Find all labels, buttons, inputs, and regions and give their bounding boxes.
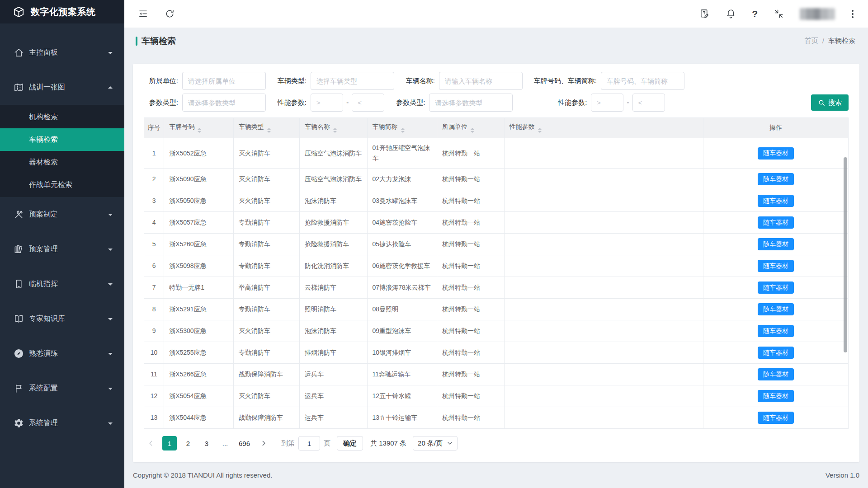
sort-carets-icon[interactable] [267,128,271,133]
prev-page-button[interactable] [144,436,158,450]
user-name-blurred[interactable] [800,8,835,20]
page-button-696[interactable]: 696 [236,436,252,450]
jump-prefix-label: 到第 [281,439,295,448]
sort-carets-icon[interactable] [198,128,201,133]
sort-carets-icon[interactable] [333,128,337,133]
onboard-equipment-button[interactable]: 随车器材 [758,412,794,424]
cell-name: 泡沫消防车 [300,190,367,212]
sidebar-item-org-search[interactable]: 机构检索 [0,106,124,128]
onboard-equipment-button[interactable]: 随车器材 [758,282,794,294]
column-header-所属单位[interactable]: 所属单位 [437,118,504,138]
search-button[interactable]: 搜索 [811,94,849,111]
cell-plate: 浙X5260应急 [164,234,233,255]
onboard-equipment-button[interactable]: 随车器材 [758,195,794,207]
kebab-menu-icon[interactable] [851,9,854,19]
cell-action: 随车器材 [703,385,848,407]
help-edit-icon[interactable] [699,9,710,19]
param-type-select-2[interactable] [429,94,513,112]
cell-short: 13五十铃运输车 [367,407,437,429]
perf-param-min-input-1[interactable] [311,94,343,112]
onboard-equipment-button[interactable]: 随车器材 [758,325,794,337]
cell-short: 12五十铃水罐 [367,385,437,407]
cell-param [504,212,703,234]
sidebar-item-drill[interactable]: 熟悉演练 [0,336,124,371]
vehicle-name-input[interactable] [439,72,523,90]
page-size-select[interactable]: 20 条/页 [413,436,458,450]
onboard-equipment-button[interactable]: 随车器材 [758,368,794,380]
scrollbar-thumb[interactable] [844,157,847,352]
collapse-menu-icon[interactable] [138,9,148,19]
unit-select[interactable] [182,72,266,90]
column-header-车辆名称[interactable]: 车辆名称 [300,118,367,138]
plate-short-input[interactable] [601,72,684,90]
column-header-车辆简称[interactable]: 车辆简称 [367,118,437,138]
param-type-select-1[interactable] [182,94,266,112]
sidebar-item-sys-manage[interactable]: 系统管理 [0,406,124,441]
sidebar-item-equipment-search[interactable]: 器材检索 [0,151,124,174]
sidebar-item-vehicle-search[interactable]: 车辆检索 [0,128,124,151]
title-marker [136,37,137,46]
cell-type: 战勤保障消防车 [233,407,299,429]
cell-no: 6 [144,255,164,277]
vehicle-type-filter-label: 车辆类型: [272,77,307,85]
perf-param-max-input-1[interactable] [352,94,384,112]
cell-param [504,385,703,407]
sort-carets-icon[interactable] [538,128,542,133]
filter-row-1: 所属单位: 车辆类型: 车辆名称: 车牌号码、车辆简称: [144,72,849,90]
refresh-icon[interactable] [165,9,175,19]
onboard-equipment-button[interactable]: 随车器材 [758,147,794,160]
sidebar-item-dashboard[interactable]: 主控面板 [0,35,124,70]
sidebar-item-sys-config[interactable]: 系统配置 [0,371,124,406]
page-button-2[interactable]: 2 [181,436,195,450]
sidebar-item-battle-map[interactable]: 战训一张图 [0,70,124,105]
page-button-1[interactable]: 1 [162,436,177,450]
sidebar-item-plan-create[interactable]: 预案制定 [0,197,124,232]
sort-carets-icon[interactable] [401,128,405,133]
sort-carets-icon[interactable] [471,128,474,133]
page-title: 车辆检索 [142,35,176,47]
column-header-性能参数[interactable]: 性能参数 [504,118,703,138]
cell-no: 2 [144,169,164,190]
sidebar-item-plan-manage[interactable]: 预案管理 [0,232,124,267]
sidebar-item-combat-unit-search[interactable]: 作战单元检索 [0,174,124,196]
confirm-button[interactable]: 确定 [337,436,363,450]
sidebar-item-adhoc-command[interactable]: 临机指挥 [0,267,124,301]
perf-param-min-input-2[interactable] [591,94,623,112]
bell-icon[interactable] [726,9,736,19]
jump-page-input[interactable] [298,436,320,450]
cell-short: 01奔驰压缩空气泡沫车 [367,138,437,169]
table-row: 5浙X5260应急专勤消防车抢险救援消防车05捷达抢险车杭州特勤一站随车器材 [144,234,849,255]
onboard-equipment-button[interactable]: 随车器材 [758,260,794,272]
cell-plate: 浙X5050应急 [164,190,233,212]
onboard-equipment-button[interactable]: 随车器材 [758,303,794,315]
onboard-equipment-button[interactable]: 随车器材 [758,173,794,185]
page-ellipsis: ... [218,436,232,450]
cell-name: 泡沫消防车 [300,320,367,342]
onboard-equipment-button[interactable]: 随车器材 [758,390,794,402]
chevron-down-icon [108,214,113,218]
cell-type: 专勤消防车 [233,299,299,320]
cell-name: 云梯消防车 [300,277,367,299]
cell-param [504,255,703,277]
cell-param [504,342,703,364]
vehicle-type-select[interactable] [311,72,394,90]
cell-plate: 特勤一无牌1 [164,277,233,299]
cell-plate: 浙X5044应急 [164,407,233,429]
onboard-equipment-button[interactable]: 随车器材 [758,347,794,359]
cell-action: 随车器材 [703,190,848,212]
column-header-车辆类型[interactable]: 车辆类型 [233,118,299,138]
column-header-车牌号码[interactable]: 车牌号码 [164,118,233,138]
page-button-3[interactable]: 3 [199,436,214,450]
sidebar-item-expert-kb[interactable]: 专家知识库 [0,301,124,336]
exit-fullscreen-icon[interactable] [774,9,784,19]
cell-no: 3 [144,190,164,212]
next-page-button[interactable] [256,436,271,450]
onboard-equipment-button[interactable]: 随车器材 [758,238,794,250]
cell-no: 8 [144,299,164,320]
column-label: 性能参数 [509,123,535,130]
perf-param-max-input-2[interactable] [632,94,665,112]
question-icon[interactable]: ? [752,9,758,19]
breadcrumb-home[interactable]: 首页 [805,37,818,45]
content: 所属单位: 车辆类型: 车辆名称: 车牌号码、车辆简称: [124,54,868,462]
onboard-equipment-button[interactable]: 随车器材 [758,216,794,229]
